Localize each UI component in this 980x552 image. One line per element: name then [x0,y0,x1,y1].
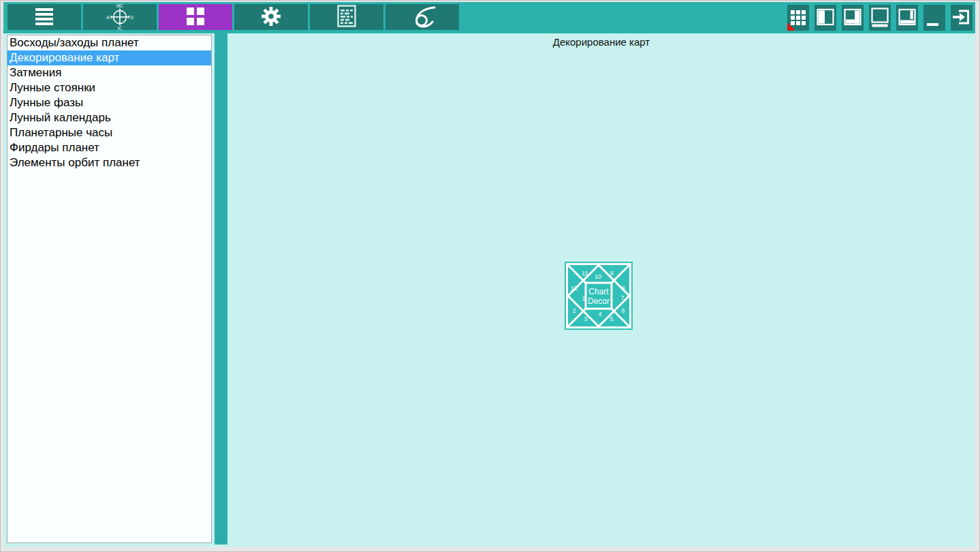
red-corner-badge [787,22,795,31]
svg-text:8: 8 [621,285,625,292]
report-button[interactable] [310,4,383,30]
chart-decor-label-1: Chart [588,287,609,296]
svg-text:2: 2 [572,307,575,314]
svg-text:1: 1 [582,295,585,302]
svg-text:9: 9 [610,270,613,277]
grid-view-button[interactable] [787,5,809,31]
menu-icon [35,7,54,28]
chart-axes-button[interactable]: MC IC A D [83,4,157,30]
layout-bottom-right-panel-button[interactable] [842,5,864,31]
chart-axes-icon: MC IC A D [105,3,135,32]
list-item-firdaria[interactable]: Фирдары планет [7,140,211,155]
sidebar: Восходы/заходы планет Декорирование карт… [3,33,213,547]
layout-left-panel-button[interactable] [815,5,836,31]
chart-decor-icon: Chart Decor 1 2 3 4 5 6 7 8 9 10 1 [565,262,633,330]
svg-text:12: 12 [571,285,578,292]
menu-button[interactable] [7,4,81,30]
minimize-icon [924,6,945,30]
exit-button[interactable] [951,5,973,31]
svg-text:3: 3 [584,316,587,322]
chart-decor-label-2: Decor [588,296,610,306]
list-item-chart-decoration[interactable]: Декорирование карт [7,50,211,65]
axes-label-ic: IC [118,25,123,30]
list-item-eclipses[interactable]: Затмения [7,65,211,80]
svg-text:5: 5 [610,316,613,322]
galaxy-logo-icon [408,5,437,30]
axes-label-a: A [106,14,110,19]
svg-text:4: 4 [598,311,601,318]
layout-bottom-right-panel-icon [842,6,863,30]
page-title: Декорирование карт [227,36,975,48]
list-item-lunar-phases[interactable]: Лунные фазы [7,95,211,110]
modules-grid-icon [186,7,205,28]
list-item-planet-rises[interactable]: Восходы/заходы планет [7,35,211,50]
sidebar-splitter[interactable] [215,33,227,545]
main-toolbar: MC IC A D [3,2,975,33]
content-area: Восходы/заходы планет Декорирование карт… [3,33,975,547]
list-item-planetary-hours[interactable]: Планетарные часы [7,125,211,140]
modules-grid-button[interactable] [159,4,232,30]
layout-bottom-bar-icon [870,6,890,30]
settings-button[interactable] [234,4,308,30]
layout-left-panel-icon [815,6,836,30]
svg-text:11: 11 [582,270,588,277]
main-panel: Декорирование карт Chart [227,33,975,547]
toolbar-left-group: MC IC A D [3,2,459,30]
svg-text:10: 10 [595,273,601,280]
galaxy-logo-button[interactable] [385,4,459,30]
svg-text:6: 6 [621,307,625,314]
settings-gear-icon [261,6,281,29]
list-item-orbit-elements[interactable]: Элементы орбит планет [7,155,211,170]
axes-label-mc: MC [116,3,123,7]
module-list: Восходы/заходы планет Декорирование карт… [7,35,212,543]
app-window: MC IC A D [0,0,980,552]
report-icon [337,5,356,29]
minimize-button[interactable] [923,5,945,31]
list-item-lunar-mansions[interactable]: Лунные стоянки [7,80,211,95]
layout-bottom-bar-button[interactable] [869,5,891,31]
exit-icon [951,6,972,30]
axes-label-d: D [130,14,133,19]
layout-right-bar-button[interactable] [896,5,918,31]
toolbar-right-group [787,2,975,31]
list-item-lunar-calendar[interactable]: Лунный календарь [7,110,211,125]
svg-text:7: 7 [620,294,624,301]
layout-right-bar-icon [897,6,917,30]
